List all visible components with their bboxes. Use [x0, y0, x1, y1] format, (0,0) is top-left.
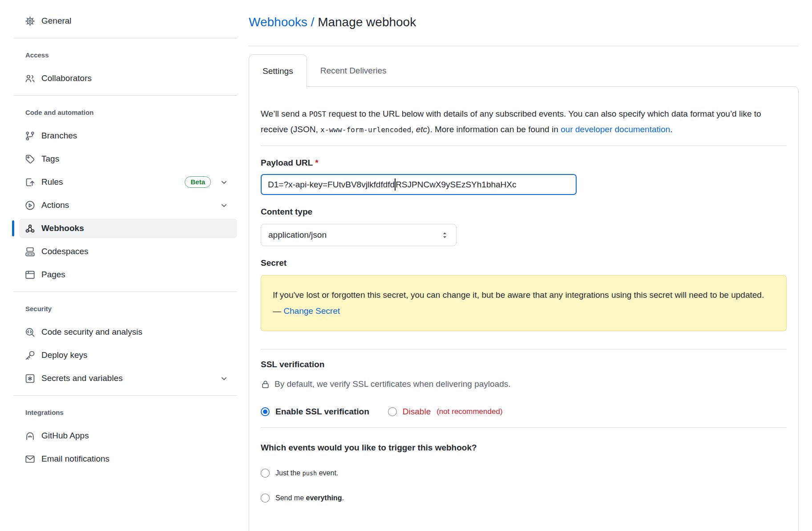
sidebar-item-codespaces[interactable]: Codespaces — [19, 242, 237, 261]
webhooks-breadcrumb-link[interactable]: Webhooks / — [249, 15, 314, 29]
secret-label: Secret — [261, 258, 787, 268]
tab-settings[interactable]: Settings — [249, 54, 307, 87]
github-apps-icon — [24, 431, 35, 441]
settings-sidebar: General Access Collaborators Code and au… — [12, 11, 237, 472]
sidebar-item-label: Pages — [41, 270, 65, 280]
sidebar-item-label: Branches — [41, 131, 77, 141]
sidebar-item-code-security[interactable]: Code security and analysis — [19, 322, 237, 342]
divider — [261, 349, 787, 349]
payload-url-input[interactable]: D1=?x-api-key=FUtvBV8vjlkfdfdfdRSJPNCwX9… — [261, 174, 577, 195]
git-branch-icon — [24, 131, 35, 141]
people-icon — [24, 73, 35, 84]
code-scan-icon — [24, 327, 35, 337]
disable-ssl-label: Disable — [403, 407, 431, 417]
sidebar-item-tags[interactable]: Tags — [19, 149, 237, 169]
enable-ssl-option[interactable]: Enable SSL verification — [261, 407, 369, 417]
radio-disable-ssl[interactable] — [388, 407, 397, 416]
select-updown-icon — [440, 231, 449, 239]
radio-enable-ssl[interactable] — [261, 407, 270, 416]
sidebar-item-label: Code security and analysis — [41, 327, 142, 337]
sidebar-item-general[interactable]: General — [19, 11, 237, 31]
payload-url-label: Payload URL* — [261, 158, 787, 168]
divider — [261, 427, 787, 428]
sidebar-item-collaborators[interactable]: Collaborators — [19, 69, 237, 88]
sidebar-item-label: Collaborators — [41, 73, 92, 83]
secret-warning-box: If you've lost or forgotten this secret,… — [261, 275, 787, 331]
chevron-down-icon[interactable] — [220, 374, 228, 383]
beta-badge: Beta — [185, 176, 211, 188]
change-secret-link[interactable]: Change Secret — [283, 306, 340, 316]
payload-url-value-before-cursor: D1=?x-api-key=FUtvBV8vjlkfdfdfd — [268, 180, 395, 190]
radio-send-everything[interactable] — [261, 494, 270, 503]
sidebar-item-label: Webhooks — [41, 223, 84, 233]
urlencoded-code: x-www-form-urlencoded — [320, 126, 411, 134]
intro-paragraph: We’ll send a POST request to the URL bel… — [261, 106, 786, 138]
sidebar-divider — [14, 38, 237, 38]
lock-icon — [261, 380, 270, 389]
sidebar-item-webhooks[interactable]: Webhooks — [19, 219, 237, 238]
browser-icon — [24, 270, 35, 280]
sidebar-item-email-notifications[interactable]: Email notifications — [19, 449, 237, 469]
sidebar-item-label: Email notifications — [41, 454, 109, 464]
ssl-radio-group: Enable SSL verification Disable (not rec… — [261, 407, 787, 417]
sidebar-section-title: Integrations — [12, 408, 237, 417]
chevron-down-icon[interactable] — [220, 178, 228, 186]
sidebar-item-label: Tags — [41, 154, 59, 164]
send-everything-option[interactable]: Send me everything. — [261, 494, 787, 503]
payload-url-value-after-cursor: RSJPNCwX9ySEzSYh1bhaHXc — [396, 180, 516, 190]
disable-ssl-note: (not recommended) — [436, 407, 502, 416]
required-asterisk: * — [315, 158, 318, 167]
sidebar-item-rules[interactable]: Rules Beta — [19, 172, 237, 192]
just-push-option[interactable]: Just the push event. — [261, 469, 787, 478]
divider — [261, 146, 787, 146]
sidebar-divider — [14, 292, 237, 292]
sidebar-item-label: General — [41, 16, 72, 26]
ssl-note-text: By default, we verify SSL certificates w… — [275, 379, 511, 389]
sidebar-item-label: Secrets and variables — [41, 373, 123, 383]
tabnav: Settings Recent Deliveries — [249, 54, 799, 87]
ssl-verification-heading: SSL verification — [261, 359, 787, 369]
sidebar-item-branches[interactable]: Branches — [19, 126, 237, 146]
ssl-note-row: By default, we verify SSL certificates w… — [261, 379, 787, 389]
sidebar-item-label: Rules — [41, 177, 63, 187]
sidebar-section-title: Access — [12, 51, 237, 60]
just-push-label: Just the push event. — [275, 469, 338, 477]
sidebar-item-deploy-keys[interactable]: Deploy keys — [19, 345, 237, 365]
enable-ssl-label: Enable SSL verification — [275, 407, 369, 417]
webhook-settings-panel: We’ll send a POST request to the URL bel… — [249, 86, 799, 531]
page-title: Webhooks / Manage webhook — [249, 13, 799, 31]
chevron-down-icon[interactable] — [220, 201, 228, 210]
pagehead-divider — [249, 46, 799, 46]
gear-icon — [24, 16, 35, 26]
sidebar-item-label: Actions — [41, 200, 69, 210]
sidebar-item-label: Deploy keys — [41, 350, 88, 360]
secrets-icon — [24, 373, 35, 384]
content-type-label: Content type — [261, 207, 787, 217]
webhook-icon — [24, 223, 35, 234]
sidebar-item-secrets-variables[interactable]: Secrets and variables — [19, 369, 237, 388]
sidebar-item-github-apps[interactable]: GitHub Apps — [19, 426, 237, 446]
secret-warning-text: If you've lost or forgotten this secret,… — [273, 290, 764, 316]
sidebar-item-label: Codespaces — [41, 247, 89, 256]
post-code: POST — [309, 110, 326, 118]
sidebar-item-label: GitHub Apps — [41, 431, 89, 441]
sidebar-item-actions[interactable]: Actions — [19, 195, 237, 215]
tab-recent-deliveries[interactable]: Recent Deliveries — [307, 54, 400, 87]
main-content: Webhooks / Manage webhook Settings Recen… — [249, 0, 799, 531]
radio-just-push[interactable] — [261, 469, 270, 478]
sidebar-item-pages[interactable]: Pages — [19, 265, 237, 284]
disable-ssl-option[interactable]: Disable (not recommended) — [388, 407, 503, 417]
developer-docs-link[interactable]: our developer documentation — [561, 125, 670, 134]
key-icon — [24, 350, 35, 361]
send-everything-label: Send me everything. — [275, 494, 344, 502]
events-heading: Which events would you like to trigger t… — [261, 443, 787, 453]
mail-icon — [24, 454, 35, 464]
tag-icon — [24, 154, 35, 164]
push-code: push — [302, 470, 317, 477]
content-type-select[interactable]: application/json — [261, 224, 456, 246]
page-title-text: Manage webhook — [318, 15, 416, 29]
sidebar-section-title: Code and automation — [12, 108, 237, 117]
codespaces-icon — [24, 247, 35, 257]
sidebar-section-title: Security — [12, 304, 237, 313]
etc-italic: etc — [416, 125, 427, 134]
